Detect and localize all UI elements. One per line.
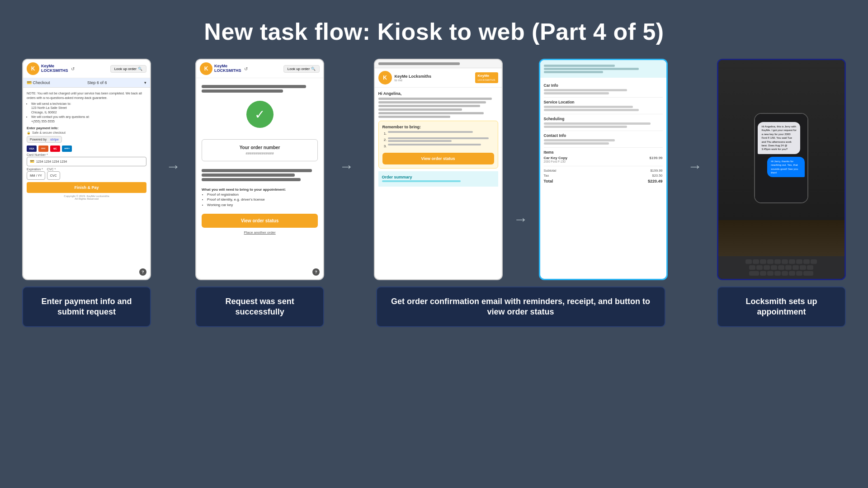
order-number-box: Your order number ############## [202,139,318,161]
checkout-note: NOTE: You will not be charged until your… [27,91,146,124]
nav-icons-1: ↺ [71,66,75,71]
secure-badge: 🔒 Safe & secure checkout [27,131,146,135]
hands-background: Hi Angelina, this is Jerry with KeyMe. I… [718,60,844,256]
received-message: Hi Angelina, this is Jerry with KeyMe. I… [758,122,800,154]
email-body: Hi Angelina, Remember to bring: [375,88,502,190]
keyme-email-icon: K [378,71,392,84]
items-section: Items Car Key Copy 2000 Ford F-150 $199.… [544,150,663,163]
screens-3-4: K KeyMe Locksmiths to me KeyMeLOCKSMITHS… [374,59,668,280]
keyme-logo-icon-1: K [27,62,39,75]
success-checkmark: ✓ [246,101,274,128]
arrow-1: → [160,158,187,175]
checkout-bar: 💳 Checkout Step 6 of 6 ▾ [23,78,150,88]
caption-3-4: Get order confirmation email with remind… [376,286,665,327]
caption-1: Enter payment info and submit request [22,286,151,327]
finish-pay-button[interactable]: Finish & Pay [27,182,146,193]
card-expiry-cvc-row: Expiration * MM / YY CVC * CVC [27,168,146,180]
nav-icons-2: ↺ [244,66,248,71]
screen2-blur-top [202,84,318,94]
keyme-logo-1: K KeyMe LOCKSMITHS [27,62,68,75]
flow-step-2: K KeyMe LOCKSMITHS ↺ Look up order 🔍 [187,59,333,327]
footer-text-1: Copyright © 2023. KeyMe Locksmiths All R… [27,195,146,200]
keyme-brand-2: KeyMe LOCKSMITHS [214,64,241,73]
service-location-section: Service Location [544,100,663,111]
keyme-brand-1: KeyMe LOCKSMITHS [41,64,68,73]
screen4-top [540,60,666,78]
arrow-2: → [333,158,360,175]
phone-inner-screen: Hi Angelina, this is Jerry with KeyMe. I… [755,114,807,202]
hands-visual [718,220,844,256]
help-icon-2[interactable]: ? [312,268,320,276]
remember-to-bring: Remember to bring: View order status [378,121,498,169]
divider-4 [544,147,663,148]
sender-row: K KeyMe Locksmiths to me KeyMeLOCKSMITHS [375,68,502,88]
view-order-button-2[interactable]: View order status [202,214,318,228]
screen-mock-4: Car Info Service Location Scheduling [539,59,668,280]
help-icon-1[interactable]: ? [139,268,146,276]
discover-logo: DISC [38,145,48,152]
screen-mock-3: K KeyMe Locksmiths to me KeyMeLOCKSMITHS… [374,59,503,280]
screen4-body: Car Info Service Location Scheduling [540,80,666,187]
sent-message: Hi Jerry, thanks for reaching out. Yes, … [767,157,805,178]
total-row: Total $220.49 [544,179,663,183]
stripe-button[interactable]: Powered by stripe [27,136,62,143]
mastercard-logo: MC [50,145,60,152]
keyme-logo-2: K KeyMe LOCKSMITHS [200,62,241,75]
visa-logo: VISA [27,145,37,152]
subtotal-row: Subtotal $199.99 [544,169,663,173]
screen1-header: K KeyMe LOCKSMITHS ↺ Look up order 🔍 [23,60,150,78]
flow-container: K KeyMe LOCKSMITHS ↺ Look up order 🔍 💳 C… [14,59,854,488]
email-subject-blur [378,62,460,65]
card-number-input[interactable]: 💳 1234 1234 1234 1234 [27,157,146,166]
scheduling-section: Scheduling [544,117,663,128]
flow-step-3: K KeyMe Locksmiths to me KeyMeLOCKSMITHS… [360,59,681,327]
keyme-email-logo: KeyMeLOCKSMITHS [475,72,498,83]
screen2-blur-mid [202,168,318,183]
chat-messages: Hi Angelina, this is Jerry with KeyMe. I… [758,122,805,177]
cvc-input[interactable]: CVC [47,171,60,180]
email-header [375,60,502,68]
contact-info-section: Contact Info [544,133,663,145]
cvc-label: CVC * [47,168,60,171]
item-row: Car Key Copy 2000 Ford F-150 $199.99 [544,156,663,163]
order-summary-bar: Order summary [378,171,498,187]
screen-mock-5: Hi Angelina, this is Jerry with KeyMe. I… [717,59,846,280]
amex-logo: AMEX [62,145,72,152]
screen1-body: NOTE: You will not be charged until your… [23,88,150,204]
phone-in-hands: Hi Angelina, this is Jerry with KeyMe. I… [754,113,808,203]
car-info-section: Car Info [544,83,663,94]
expiration-input[interactable]: MM / YY [27,171,45,180]
screen2-header: K KeyMe LOCKSMITHS ↺ Look up order 🔍 [196,60,323,78]
arrow-4: → [681,158,708,175]
email-blur-lines [378,98,498,118]
caption-5: Locksmith sets up appointment [717,286,846,327]
payment-label: Enter payment info: [27,126,146,130]
text-screen: Hi Angelina, this is Jerry with KeyMe. I… [718,60,844,279]
caption-2: Request was sent successfully [195,286,324,327]
flow-step-5: Hi Angelina, this is Jerry with KeyMe. I… [708,59,854,327]
place-another-link[interactable]: Place another order [244,230,275,235]
screen-mock-2: K KeyMe LOCKSMITHS ↺ Look up order 🔍 [195,59,324,280]
divider-5 [544,166,663,166]
keyboard-visual [718,256,844,279]
keyme-logo-icon-2: K [200,62,212,75]
card-logos: VISA DISC MC AMEX [27,145,146,152]
expiration-label: Expiration * [27,168,45,171]
screen-mock-1: K KeyMe LOCKSMITHS ↺ Look up order 🔍 💳 C… [22,59,151,280]
flow-step-1: K KeyMe LOCKSMITHS ↺ Look up order 🔍 💳 C… [14,59,160,327]
sender-info: KeyMe Locksmiths to me [395,74,472,82]
divider-1 [544,97,663,98]
bring-list [388,131,494,149]
view-order-button-3[interactable]: View order status [382,153,494,164]
divider-2 [544,114,663,114]
page-title: New task flow: Kiosk to web (Part 4 of 5… [204,18,664,45]
divider-3 [544,131,663,131]
arrow-3-4: → [512,158,530,280]
what-to-bring: What you will need to bring to your appo… [202,187,318,207]
lookup-btn-1[interactable]: Look up order 🔍 [110,65,146,73]
card-number-label: Card Number * [27,153,146,156]
tax-row: Tax $20.50 [544,174,663,178]
lookup-btn-2[interactable]: Look up order 🔍 [283,65,320,73]
screen2-body: ✓ Your order number ############## What … [196,78,323,240]
